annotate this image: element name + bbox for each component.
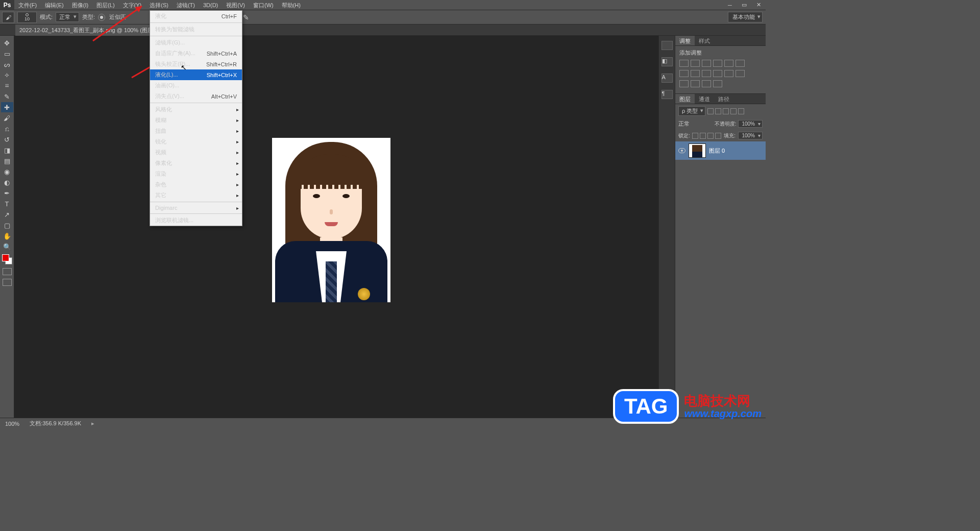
screenmode-button[interactable]	[3, 279, 12, 286]
pressure-icon[interactable]: ✎	[243, 13, 249, 21]
menu-select[interactable]: 选择(S)	[145, 0, 173, 10]
status-arrow-icon[interactable]: ▸	[91, 420, 94, 427]
gradient-tool[interactable]: ▤	[1, 156, 13, 166]
menu-window[interactable]: 窗口(W)	[249, 0, 278, 10]
blend-mode-select[interactable]: 正常	[678, 120, 713, 128]
adj-levels-icon[interactable]	[691, 60, 700, 67]
filter-item-16[interactable]: 像素化	[150, 158, 242, 168]
wand-tool[interactable]: ✧	[1, 70, 13, 80]
layer-kind-select[interactable]: ρ 类型	[678, 106, 705, 116]
adj-invert-icon[interactable]	[724, 70, 733, 77]
filter-item-23[interactable]: 浏览联机滤镜...	[150, 215, 242, 226]
filter-item-8[interactable]: 油画(O)...	[150, 80, 242, 91]
adj-x1-icon[interactable]	[713, 80, 722, 87]
filter-item-13[interactable]: 扭曲	[150, 126, 242, 136]
hand-tool[interactable]: ✋	[1, 231, 13, 241]
adj-vibrance-icon[interactable]	[724, 60, 733, 67]
menu-file[interactable]: 文件(F)	[14, 0, 41, 10]
filter-item-0[interactable]: 液化Ctrl+F	[150, 11, 242, 21]
fg-color[interactable]	[2, 254, 9, 261]
filter-item-7[interactable]: 液化(L)...Shift+Ctrl+X	[150, 69, 242, 80]
quickmask-button[interactable]	[3, 268, 12, 275]
lasso-tool[interactable]: ᔕ	[1, 59, 13, 69]
adj-hue-icon[interactable]	[736, 60, 745, 67]
current-tool-icon[interactable]: 🖌	[2, 12, 14, 23]
adj-brightness-icon[interactable]	[679, 60, 689, 67]
lock-pos-icon[interactable]	[707, 133, 714, 139]
adj-poster-icon[interactable]	[736, 70, 745, 77]
history-brush-tool[interactable]: ↺	[1, 134, 13, 144]
filter-item-14[interactable]: 锐化	[150, 136, 242, 147]
marquee-tool[interactable]: ▭	[1, 49, 13, 59]
fill-value[interactable]: 100%	[738, 132, 763, 139]
menu-help[interactable]: 帮助(H)	[278, 0, 305, 10]
filter-smart-icon[interactable]	[738, 108, 744, 114]
eraser-tool[interactable]: ◨	[1, 145, 13, 155]
filter-item-2[interactable]: 转换为智能滤镜	[150, 24, 242, 35]
filter-item-5[interactable]: 自适应广角(A)...Shift+Ctrl+A	[150, 48, 242, 59]
brush-preset[interactable]: 10	[17, 12, 37, 23]
filter-item-6[interactable]: 镜头校正(R)...Shift+Ctrl+R	[150, 59, 242, 69]
zoom-tool[interactable]: 🔍	[1, 242, 13, 252]
menu-layer[interactable]: 图层(L)	[92, 0, 118, 10]
close-button[interactable]: ✕	[751, 0, 766, 10]
layer-item-0[interactable]: 图层 0	[675, 141, 766, 160]
filter-type-icon[interactable]	[723, 108, 729, 114]
filter-item-19[interactable]: 其它	[150, 190, 242, 201]
dock-btn-4[interactable]: ¶	[662, 90, 673, 99]
filter-shape-icon[interactable]	[730, 108, 737, 114]
menu-3d[interactable]: 3D(D)	[199, 0, 222, 10]
filter-item-18[interactable]: 杂色	[150, 179, 242, 190]
crop-tool[interactable]: ⌗	[1, 81, 13, 91]
opacity-value[interactable]: 100%	[738, 120, 763, 128]
lock-pixel-icon[interactable]	[700, 133, 706, 139]
blur-tool[interactable]: ◉	[1, 166, 13, 177]
filter-pixel-icon[interactable]	[707, 108, 714, 114]
adj-mixer-icon[interactable]	[702, 70, 711, 77]
adj-bw-icon[interactable]	[679, 70, 689, 77]
stamp-tool[interactable]: ⎌	[1, 124, 13, 134]
tab-style[interactable]: 样式	[695, 36, 714, 45]
adj-thresh-icon[interactable]	[679, 80, 689, 87]
filter-item-15[interactable]: 视频	[150, 147, 242, 158]
maximize-button[interactable]: ▭	[737, 0, 751, 10]
tab-channels[interactable]: 通道	[695, 94, 714, 104]
dock-btn-2[interactable]: ◧	[662, 57, 673, 66]
eyedropper-tool[interactable]: ✎	[1, 91, 13, 102]
filter-item-11[interactable]: 风格化	[150, 104, 242, 115]
tab-layers[interactable]: 图层	[675, 94, 695, 104]
adj-lookup-icon[interactable]	[713, 70, 722, 77]
mode-select[interactable]: 正常	[56, 12, 79, 22]
pen-tool[interactable]: ✒	[1, 188, 13, 198]
menu-image[interactable]: 图像(I)	[68, 0, 92, 10]
menu-view[interactable]: 视图(V)	[222, 0, 249, 10]
canvas-area[interactable]	[14, 36, 658, 418]
layer-thumbnail[interactable]	[689, 143, 706, 158]
type-tool[interactable]: T	[1, 199, 13, 209]
lock-trans-icon[interactable]	[692, 133, 698, 139]
dodge-tool[interactable]: ◐	[1, 177, 13, 187]
type-radio-1[interactable]	[98, 14, 105, 21]
workspace-select[interactable]: 基本功能	[728, 12, 763, 22]
adj-select-icon[interactable]	[702, 80, 711, 87]
adj-photo-icon[interactable]	[691, 70, 700, 77]
color-swatch[interactable]	[2, 254, 12, 264]
lock-all-icon[interactable]	[715, 133, 721, 139]
filter-item-17[interactable]: 渲染	[150, 168, 242, 179]
menu-edit[interactable]: 编辑(E)	[41, 0, 68, 10]
adj-exposure-icon[interactable]	[713, 60, 722, 67]
adj-grad-icon[interactable]	[691, 80, 700, 87]
tab-paths[interactable]: 路径	[714, 94, 733, 104]
healing-brush-tool[interactable]: ✚	[1, 102, 13, 112]
filter-item-9[interactable]: 消失点(V)...Alt+Ctrl+V	[150, 91, 242, 102]
filter-item-4[interactable]: 滤镜库(G)...	[150, 37, 242, 48]
dock-btn-3[interactable]: A	[662, 74, 673, 83]
menu-filter[interactable]: 滤镜(T)	[173, 0, 199, 10]
brush-tool[interactable]: 🖌	[1, 113, 13, 123]
filter-item-21[interactable]: Digimarc	[150, 203, 242, 212]
filter-adjust-icon[interactable]	[715, 108, 721, 114]
menu-text[interactable]: 文字(Y)	[119, 0, 146, 10]
shape-tool[interactable]: ▢	[1, 220, 13, 230]
dock-btn-1[interactable]	[662, 41, 673, 50]
filter-item-12[interactable]: 模糊	[150, 115, 242, 126]
